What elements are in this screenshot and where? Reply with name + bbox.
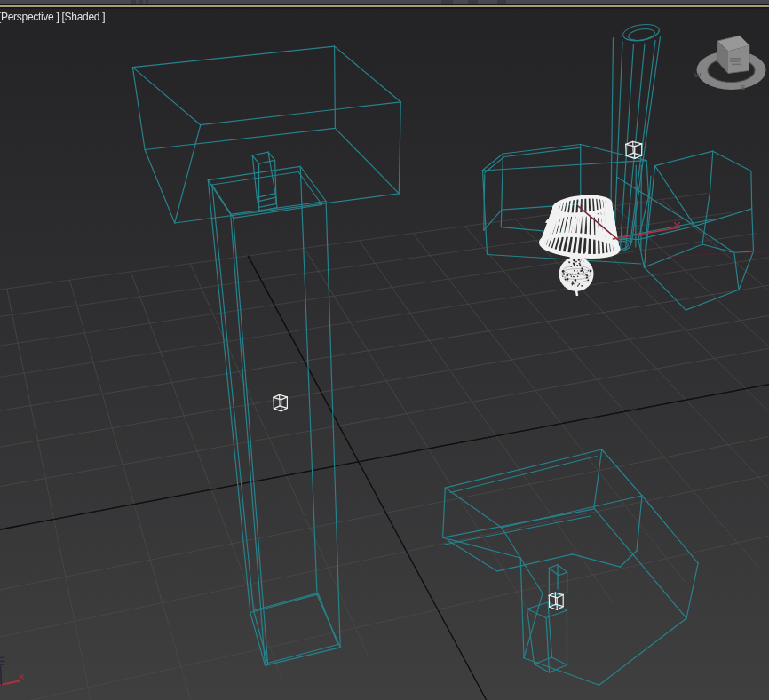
svg-text:W: W: [694, 71, 702, 79]
svg-text:S: S: [741, 84, 746, 91]
svg-text:[Perspective ] [Shaded ]: [Perspective ] [Shaded ]: [0, 11, 105, 23]
